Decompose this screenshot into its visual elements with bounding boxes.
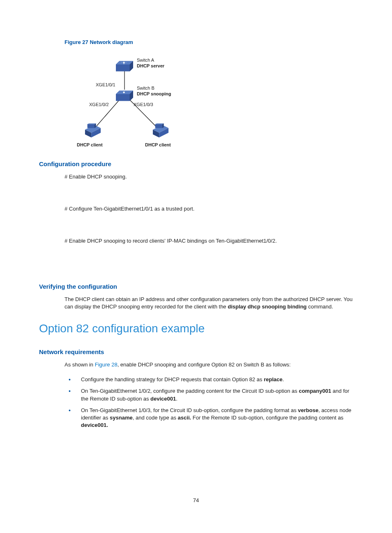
if3-label: XGE1/0/3 [134, 102, 153, 107]
switch-a-icon [116, 61, 133, 72]
netreq-text-b: , enable DHCP snooping and configure Opt… [118, 362, 291, 368]
b3-a: On Ten-GigabitEthernet 1/0/3, for the Ci… [81, 407, 298, 413]
p-netreq: As shown in Figure 28, enable DHCP snoop… [65, 361, 353, 368]
if1-label: XGE1/0/1 [96, 82, 115, 87]
p-enable-snooping: # Enable DHCP snooping. [65, 173, 353, 181]
b1-a: Configure the handling strategy for DHCP… [81, 376, 264, 382]
pc-left-icon [84, 123, 101, 140]
b3-bold3: ascii. [178, 415, 191, 421]
page-number: 74 [0, 497, 392, 503]
dhcp-server-label: DHCP server [137, 63, 164, 68]
svg-marker-21 [162, 123, 164, 128]
dhcp-snooping-label: DHCP snooping [137, 91, 171, 96]
client1-label: DHCP client [77, 142, 103, 147]
b3-c: , and code type as [133, 415, 178, 421]
heading-config-procedure: Configuration procedure [39, 160, 353, 167]
b1-bold: replace [264, 376, 283, 382]
p-trusted-port: # Configure Ten-GigabitEthernet1/0/1 as … [65, 205, 353, 213]
b2-bold2: device001 [150, 396, 176, 402]
bullet-1: Configure the handling strategy for DHCP… [65, 376, 353, 383]
verify-text-b: command. [307, 304, 333, 310]
verify-bold: display dhcp snooping binding [228, 304, 307, 310]
p-record-bindings: # Enable DHCP snooping to record clients… [65, 237, 353, 245]
b3-d: For the Remote ID sub-option, configure … [191, 415, 344, 421]
heading-option82: Option 82 configuration example [39, 322, 353, 335]
b2-bold1: company001 [299, 388, 331, 394]
bullet-list: Configure the handling strategy for DHCP… [65, 376, 353, 429]
b2-c: . [176, 396, 178, 402]
b3-bold2: sysname [110, 415, 133, 421]
if2-label: XGE1/0/2 [89, 102, 109, 107]
switch-a-label: Switch A [137, 58, 154, 63]
network-diagram: Switch A DHCP server XGE1/0/1 Switch B D… [72, 53, 183, 147]
b1-b: . [282, 376, 284, 382]
client2-label: DHCP client [145, 142, 171, 147]
b2-a: On Ten-GigabitEthernet 1/0/2, configure … [81, 388, 299, 394]
p-verify: The DHCP client can obtain an IP address… [65, 296, 353, 311]
svg-marker-14 [88, 124, 95, 128]
svg-point-10 [123, 92, 125, 93]
figure-28-link[interactable]: Figure 28 [95, 362, 118, 368]
heading-verifying: Verifying the configuration [39, 283, 353, 290]
pc-right-icon [152, 123, 169, 140]
svg-point-6 [123, 62, 125, 64]
bullet-2: On Ten-GigabitEthernet 1/0/2, configure … [65, 387, 353, 402]
svg-marker-20 [155, 124, 162, 128]
bullet-3: On Ten-GigabitEthernet 1/0/3, for the Ci… [65, 407, 353, 429]
b3-bold4: device001. [81, 422, 108, 428]
b3-bold1: verbose [298, 407, 318, 413]
netreq-text-a: As shown in [65, 362, 95, 368]
switch-b-label: Switch B [137, 86, 154, 90]
svg-marker-15 [95, 123, 96, 128]
figure-caption: Figure 27 Network diagram [65, 39, 353, 45]
heading-network-req: Network requirements [39, 348, 353, 355]
page: Figure 27 Network diagram Switch A DHCP … [0, 0, 392, 533]
switch-b-icon [116, 90, 133, 101]
